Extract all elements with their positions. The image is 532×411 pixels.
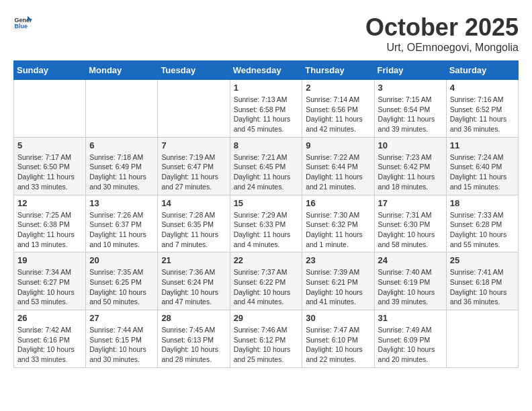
day-number: 14	[161, 198, 226, 208]
day-info: Sunrise: 7:14 AM Sunset: 6:56 PM Dayligh…	[306, 95, 370, 134]
calendar-cell: 13Sunrise: 7:26 AM Sunset: 6:37 PM Dayli…	[86, 195, 158, 253]
calendar-cell: 7Sunrise: 7:19 AM Sunset: 6:47 PM Daylig…	[158, 137, 230, 195]
day-info: Sunrise: 7:49 AM Sunset: 6:09 PM Dayligh…	[378, 325, 443, 365]
calendar-week-3: 12Sunrise: 7:25 AM Sunset: 6:38 PM Dayli…	[14, 195, 519, 253]
calendar-cell	[158, 80, 230, 138]
day-info: Sunrise: 7:47 AM Sunset: 6:10 PM Dayligh…	[306, 325, 370, 365]
logo-icon: General Blue	[13, 13, 32, 32]
day-number: 29	[234, 313, 299, 323]
day-number: 28	[161, 313, 226, 323]
day-info: Sunrise: 7:40 AM Sunset: 6:19 PM Dayligh…	[378, 267, 443, 307]
location-subtitle: Urt, OEmnoegovi, Mongolia	[365, 42, 519, 54]
calendar-table: SundayMondayTuesdayWednesdayThursdayFrid…	[13, 60, 519, 368]
day-info: Sunrise: 7:36 AM Sunset: 6:24 PM Dayligh…	[161, 267, 226, 307]
day-number: 5	[17, 140, 82, 150]
day-info: Sunrise: 7:25 AM Sunset: 6:38 PM Dayligh…	[17, 210, 82, 250]
day-number: 9	[306, 140, 370, 150]
logo: General Blue	[13, 13, 32, 32]
day-info: Sunrise: 7:29 AM Sunset: 6:33 PM Dayligh…	[234, 210, 299, 250]
day-info: Sunrise: 7:33 AM Sunset: 6:28 PM Dayligh…	[450, 210, 515, 250]
day-number: 2	[306, 83, 370, 93]
calendar-cell: 8Sunrise: 7:21 AM Sunset: 6:45 PM Daylig…	[230, 137, 302, 195]
day-number: 12	[17, 198, 82, 208]
day-number: 31	[378, 313, 443, 323]
calendar-cell: 19Sunrise: 7:34 AM Sunset: 6:27 PM Dayli…	[14, 253, 86, 310]
day-number: 26	[17, 313, 82, 323]
calendar-cell: 22Sunrise: 7:37 AM Sunset: 6:22 PM Dayli…	[230, 253, 302, 310]
weekday-header-thursday: Thursday	[302, 61, 374, 80]
calendar-cell: 6Sunrise: 7:18 AM Sunset: 6:49 PM Daylig…	[86, 137, 158, 195]
day-number: 4	[450, 83, 515, 93]
day-info: Sunrise: 7:42 AM Sunset: 6:16 PM Dayligh…	[17, 325, 82, 365]
calendar-cell: 16Sunrise: 7:30 AM Sunset: 6:32 PM Dayli…	[302, 195, 374, 253]
day-number: 15	[234, 198, 299, 208]
calendar-cell: 11Sunrise: 7:24 AM Sunset: 6:40 PM Dayli…	[446, 137, 518, 195]
day-info: Sunrise: 7:30 AM Sunset: 6:32 PM Dayligh…	[306, 210, 370, 250]
day-number: 1	[234, 83, 299, 93]
day-info: Sunrise: 7:26 AM Sunset: 6:37 PM Dayligh…	[89, 210, 154, 250]
calendar-cell: 20Sunrise: 7:35 AM Sunset: 6:25 PM Dayli…	[86, 253, 158, 310]
day-info: Sunrise: 7:45 AM Sunset: 6:13 PM Dayligh…	[161, 325, 226, 365]
weekday-header-saturday: Saturday	[446, 61, 518, 80]
calendar-cell: 28Sunrise: 7:45 AM Sunset: 6:13 PM Dayli…	[158, 310, 230, 368]
day-info: Sunrise: 7:21 AM Sunset: 6:45 PM Dayligh…	[234, 152, 299, 192]
day-info: Sunrise: 7:44 AM Sunset: 6:15 PM Dayligh…	[89, 325, 154, 365]
day-info: Sunrise: 7:46 AM Sunset: 6:12 PM Dayligh…	[234, 325, 299, 365]
calendar-week-1: 1Sunrise: 7:13 AM Sunset: 6:58 PM Daylig…	[14, 80, 519, 138]
calendar-week-5: 26Sunrise: 7:42 AM Sunset: 6:16 PM Dayli…	[14, 310, 519, 368]
calendar-cell: 1Sunrise: 7:13 AM Sunset: 6:58 PM Daylig…	[230, 80, 302, 138]
weekday-header-sunday: Sunday	[14, 61, 86, 80]
day-number: 22	[234, 255, 299, 265]
day-info: Sunrise: 7:37 AM Sunset: 6:22 PM Dayligh…	[234, 267, 299, 307]
calendar-cell: 23Sunrise: 7:39 AM Sunset: 6:21 PM Dayli…	[302, 253, 374, 310]
calendar-cell: 31Sunrise: 7:49 AM Sunset: 6:09 PM Dayli…	[374, 310, 446, 368]
day-info: Sunrise: 7:17 AM Sunset: 6:50 PM Dayligh…	[17, 152, 82, 192]
calendar-cell: 5Sunrise: 7:17 AM Sunset: 6:50 PM Daylig…	[14, 137, 86, 195]
day-number: 24	[378, 255, 443, 265]
day-info: Sunrise: 7:28 AM Sunset: 6:35 PM Dayligh…	[161, 210, 226, 250]
day-number: 3	[378, 83, 443, 93]
calendar-week-2: 5Sunrise: 7:17 AM Sunset: 6:50 PM Daylig…	[14, 137, 519, 195]
day-number: 13	[89, 198, 154, 208]
svg-text:Blue: Blue	[14, 23, 28, 30]
calendar-cell: 14Sunrise: 7:28 AM Sunset: 6:35 PM Dayli…	[158, 195, 230, 253]
calendar-week-4: 19Sunrise: 7:34 AM Sunset: 6:27 PM Dayli…	[14, 253, 519, 310]
day-info: Sunrise: 7:19 AM Sunset: 6:47 PM Dayligh…	[161, 152, 226, 192]
calendar-cell: 18Sunrise: 7:33 AM Sunset: 6:28 PM Dayli…	[446, 195, 518, 253]
day-info: Sunrise: 7:18 AM Sunset: 6:49 PM Dayligh…	[89, 152, 154, 192]
day-number: 20	[89, 255, 154, 265]
calendar-cell: 17Sunrise: 7:31 AM Sunset: 6:30 PM Dayli…	[374, 195, 446, 253]
day-info: Sunrise: 7:39 AM Sunset: 6:21 PM Dayligh…	[306, 267, 370, 307]
calendar-cell: 30Sunrise: 7:47 AM Sunset: 6:10 PM Dayli…	[302, 310, 374, 368]
day-number: 18	[450, 198, 515, 208]
day-number: 11	[450, 140, 515, 150]
day-info: Sunrise: 7:22 AM Sunset: 6:44 PM Dayligh…	[306, 152, 370, 192]
month-title: October 2025	[365, 13, 519, 42]
day-info: Sunrise: 7:23 AM Sunset: 6:42 PM Dayligh…	[378, 152, 443, 192]
day-number: 30	[306, 313, 370, 323]
day-number: 23	[306, 255, 370, 265]
day-number: 16	[306, 198, 370, 208]
day-number: 19	[17, 255, 82, 265]
calendar-cell: 27Sunrise: 7:44 AM Sunset: 6:15 PM Dayli…	[86, 310, 158, 368]
calendar-cell	[14, 80, 86, 138]
weekday-header-monday: Monday	[86, 61, 158, 80]
calendar-cell: 25Sunrise: 7:41 AM Sunset: 6:18 PM Dayli…	[446, 253, 518, 310]
day-info: Sunrise: 7:15 AM Sunset: 6:54 PM Dayligh…	[378, 95, 443, 134]
day-number: 6	[89, 140, 154, 150]
day-info: Sunrise: 7:31 AM Sunset: 6:30 PM Dayligh…	[378, 210, 443, 250]
day-number: 7	[161, 140, 226, 150]
day-info: Sunrise: 7:41 AM Sunset: 6:18 PM Dayligh…	[450, 267, 515, 307]
day-info: Sunrise: 7:16 AM Sunset: 6:52 PM Dayligh…	[450, 95, 515, 134]
calendar-cell: 26Sunrise: 7:42 AM Sunset: 6:16 PM Dayli…	[14, 310, 86, 368]
calendar-cell: 29Sunrise: 7:46 AM Sunset: 6:12 PM Dayli…	[230, 310, 302, 368]
header: General Blue October 2025 Urt, OEmnoegov…	[13, 13, 519, 54]
weekday-header-tuesday: Tuesday	[158, 61, 230, 80]
day-info: Sunrise: 7:35 AM Sunset: 6:25 PM Dayligh…	[89, 267, 154, 307]
calendar-cell: 9Sunrise: 7:22 AM Sunset: 6:44 PM Daylig…	[302, 137, 374, 195]
calendar-cell	[86, 80, 158, 138]
weekday-header-wednesday: Wednesday	[230, 61, 302, 80]
day-number: 17	[378, 198, 443, 208]
day-number: 21	[161, 255, 226, 265]
calendar-cell: 10Sunrise: 7:23 AM Sunset: 6:42 PM Dayli…	[374, 137, 446, 195]
